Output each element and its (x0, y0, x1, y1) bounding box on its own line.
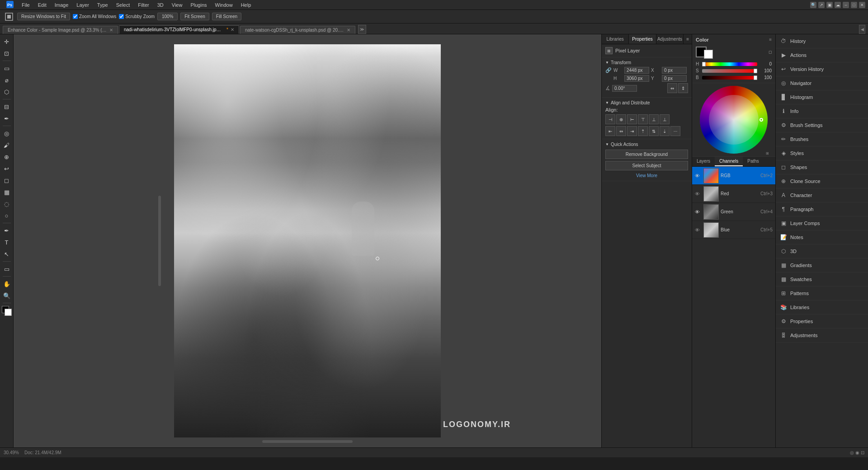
fill-screen-btn[interactable]: Fill Screen (212, 13, 241, 20)
cloud-btn[interactable]: ☁ (835, 2, 841, 8)
align-center-h-btn[interactable]: ⊕ (616, 114, 626, 124)
dist-bottom-btn[interactable]: ⇣ (660, 126, 670, 136)
w-input[interactable] (624, 67, 649, 74)
bg-color-swatch[interactable] (704, 50, 713, 59)
align-left-btn[interactable]: ⊣ (605, 114, 615, 124)
menu-file[interactable]: File (18, 1, 33, 9)
tab-close-2[interactable]: ✕ (347, 28, 350, 33)
clone-tool[interactable]: ⊕ (1, 151, 12, 162)
y-input[interactable] (662, 75, 687, 82)
artboard-tool[interactable]: ⊡ (1, 48, 12, 59)
search-btn[interactable]: 🔍 (810, 2, 816, 8)
channel-green[interactable]: 👁 Green Ctrl+4 (692, 203, 775, 221)
brush-tool[interactable]: 🖌 (1, 140, 12, 150)
tab-1[interactable]: nadi-whatisdelirium-3VTZIolMFP0-unsplash… (119, 25, 239, 34)
menu-window[interactable]: Window (212, 1, 236, 9)
history-brush-tool[interactable]: ↩ (1, 163, 12, 174)
channel-blue-eye[interactable]: 👁 (695, 227, 700, 233)
flip-v-btn[interactable]: ⇕ (678, 83, 688, 93)
channel-rgb-eye[interactable]: 👁 (695, 173, 700, 179)
menu-select[interactable]: Select (113, 1, 134, 9)
dist-left-btn[interactable]: ⇤ (605, 126, 615, 136)
far-right-character[interactable]: A Character (776, 188, 868, 202)
far-right-styles[interactable]: ◈ Styles (776, 146, 868, 160)
zoom-all-checkbox[interactable]: Zoom All Windows (73, 14, 116, 19)
quick-actions-title[interactable]: ▼ Quick Actions (605, 142, 688, 147)
menu-edit[interactable]: Edit (34, 1, 50, 9)
select-subject-btn[interactable]: Select Subject (605, 161, 688, 170)
gradient-tool[interactable]: ▦ (1, 187, 12, 197)
pen-tool[interactable]: ✒ (1, 225, 12, 236)
eraser-tool[interactable]: ◻ (1, 175, 12, 186)
dist-center-h-btn[interactable]: ⇔ (616, 126, 626, 136)
s-slider[interactable] (702, 69, 757, 73)
tab-0[interactable]: Enhance Color - Sample Image.psd @ 23.3%… (3, 26, 118, 34)
h-slider[interactable] (702, 62, 757, 66)
channel-red-eye[interactable]: 👁 (695, 191, 700, 197)
type-tool[interactable]: T (1, 237, 12, 248)
close-btn[interactable]: ✕ (859, 2, 865, 8)
h-thumb[interactable] (702, 62, 706, 66)
marquee-tool[interactable]: ▭ (1, 63, 12, 74)
s-thumb[interactable] (754, 69, 757, 73)
scrubby-zoom-checkbox[interactable]: Scrubby Zoom (119, 14, 155, 19)
far-right-notes[interactable]: 📝 Notes (776, 230, 868, 244)
far-right-layer-comps[interactable]: ▣ Layer Comps (776, 216, 868, 230)
arrange-btn[interactable]: ▣ (826, 2, 833, 8)
menu-filter[interactable]: Filter (134, 1, 152, 9)
minimize-btn[interactable]: – (843, 2, 849, 8)
tab-close-1[interactable]: ✕ (231, 27, 234, 32)
b-slider[interactable] (702, 76, 757, 80)
far-right-3d[interactable]: ⬡ 3D (776, 244, 868, 258)
menu-help[interactable]: Help (237, 1, 255, 9)
view-more-link[interactable]: View More (605, 173, 688, 178)
zoom-tool[interactable]: 🔍 (1, 290, 12, 301)
maximize-btn[interactable]: □ (851, 2, 857, 8)
layers-tab[interactable]: Layers (692, 157, 715, 166)
panel-menu-btn[interactable]: ≡ (684, 34, 692, 44)
align-top-btn[interactable]: ⊤ (638, 114, 648, 124)
align-center-v-btn[interactable]: ⊥ (649, 114, 659, 124)
zoom-percent[interactable]: 100% (157, 13, 178, 20)
menu-3d[interactable]: 3D (154, 1, 167, 9)
path-select-tool[interactable]: ↖ (1, 249, 12, 259)
menu-ps[interactable]: Ps (3, 0, 17, 10)
dist-center-v-btn[interactable]: ⇅ (649, 126, 659, 136)
spot-heal-tool[interactable]: ◎ (1, 128, 12, 139)
far-right-info[interactable]: ℹ Info (776, 104, 868, 118)
far-right-gradients[interactable]: ▦ Gradients (776, 258, 868, 273)
channel-blue[interactable]: 👁 Blue Ctrl+5 (692, 221, 775, 239)
far-right-version-history[interactable]: ↩ Version History (776, 62, 868, 76)
align-title[interactable]: ▼ Align and Distribute (605, 100, 688, 105)
channel-red[interactable]: 👁 Red Ctrl+3 (692, 185, 775, 203)
far-right-actions[interactable]: ▶ Actions (776, 48, 868, 62)
move-tool[interactable]: ✛ (1, 36, 12, 47)
menu-plugins[interactable]: Plugins (187, 1, 210, 9)
panel-collapse-btn[interactable]: ◀ (859, 25, 865, 34)
lasso-tool[interactable]: ⌀ (1, 75, 12, 85)
menu-type[interactable]: Type (94, 1, 112, 9)
tab-close-0[interactable]: ✕ (109, 28, 113, 33)
far-right-clone-source[interactable]: ⊕ Clone Source (776, 174, 868, 188)
flip-h-btn[interactable]: ⇔ (667, 83, 677, 93)
channel-green-eye[interactable]: 👁 (695, 209, 700, 215)
channels-tab[interactable]: Channels (715, 157, 743, 166)
channel-rgb[interactable]: 👁 RGB Ctrl+2 (692, 167, 775, 185)
quick-select-tool[interactable]: ⬡ (1, 86, 12, 97)
far-right-shapes[interactable]: ◻ Shapes (776, 160, 868, 174)
far-right-properties[interactable]: ⚙ Properties (776, 315, 868, 329)
far-right-brush-settings[interactable]: ⚙ Brush Settings (776, 118, 868, 132)
far-right-libraries[interactable]: 📚 Libraries (776, 301, 868, 315)
tab-adjustments[interactable]: Adjustments (656, 34, 684, 44)
more-distribute-btn[interactable]: ··· (670, 126, 680, 136)
vertical-scrollbar[interactable] (158, 196, 161, 286)
far-right-adjustments[interactable]: 🎛 Adjustments (776, 329, 868, 343)
resize-windows-btn[interactable]: Resize Windows to Fit (17, 13, 70, 20)
far-right-patterns[interactable]: ⊞ Patterns (776, 287, 868, 301)
far-right-paragraph[interactable]: ¶ Paragraph (776, 202, 868, 216)
menu-view[interactable]: View (168, 1, 186, 9)
dodge-tool[interactable]: ○ (1, 210, 12, 221)
color-wheel-resize[interactable]: ⊞ (765, 151, 769, 155)
eyedropper-tool[interactable]: ✒ (1, 113, 12, 124)
menu-image[interactable]: Image (51, 1, 72, 9)
